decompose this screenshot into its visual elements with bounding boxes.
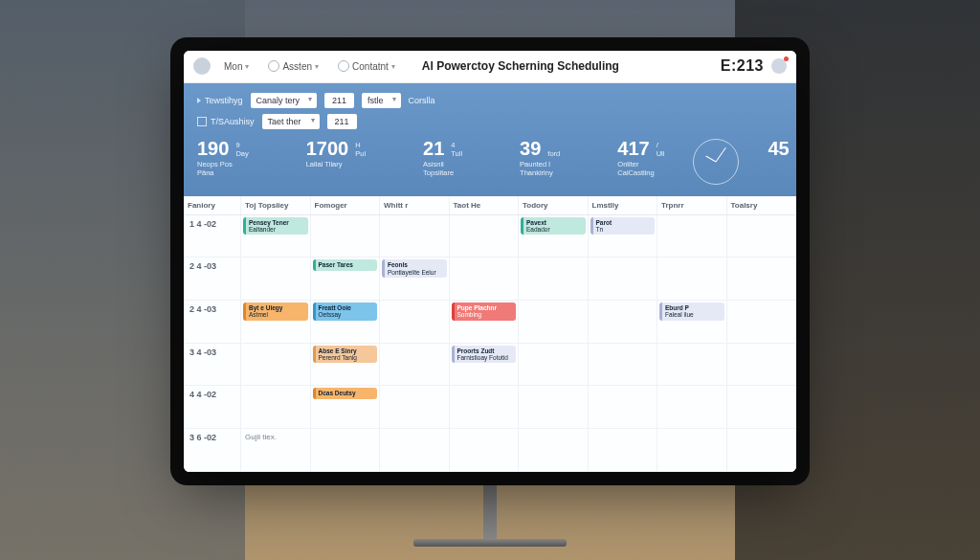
column-header[interactable]: Whitt r bbox=[380, 196, 450, 214]
calendar-cell[interactable]: Abse E SinryPerenrd Tanig bbox=[311, 344, 381, 387]
clock-icon bbox=[693, 139, 739, 185]
user-avatar[interactable] bbox=[771, 58, 787, 74]
stat-card: 45direst bbox=[768, 139, 796, 158]
calendar-cell[interactable]: Byt e UiegyAstmel bbox=[241, 301, 311, 344]
calendar-cell[interactable] bbox=[727, 215, 797, 258]
dropdown-taet[interactable]: Taet ther bbox=[262, 114, 320, 129]
calendar-cell[interactable] bbox=[380, 301, 450, 344]
nav-item-2[interactable]: Contatnt ▾ bbox=[332, 57, 401, 75]
calendar-cell[interactable] bbox=[519, 344, 589, 387]
calendar-event[interactable]: Abse E SinryPerenrd Tanig bbox=[313, 346, 378, 364]
calendar-header: FanioryToj TopsiieyFomogerWhitt rTaot He… bbox=[184, 196, 796, 215]
calendar-cell[interactable] bbox=[380, 344, 450, 387]
calendar-cell[interactable]: Gujil tiex. bbox=[241, 429, 311, 472]
calendar-cell[interactable]: Proorts ZudtFarnistioay Fototid bbox=[450, 344, 520, 387]
calendar-event[interactable]: PavextEadador bbox=[521, 217, 586, 235]
calendar-cell[interactable] bbox=[241, 258, 311, 301]
calendar-cell[interactable] bbox=[589, 258, 658, 301]
calendar-cell[interactable] bbox=[727, 429, 797, 472]
column-header[interactable]: Toj Topsiiey bbox=[241, 196, 311, 214]
chevron-down-icon: ▾ bbox=[315, 62, 319, 71]
calendar-cell[interactable]: Paser Tares bbox=[311, 258, 381, 301]
calendar-cell[interactable] bbox=[380, 386, 450, 429]
calendar-cell[interactable] bbox=[657, 386, 727, 429]
clock-readout: E:213 bbox=[721, 57, 764, 75]
calendar-event[interactable]: ParotTn bbox=[590, 217, 656, 235]
page-title: Al Powerctoy Scherning Scheduling bbox=[422, 59, 619, 73]
calendar-cell[interactable] bbox=[727, 386, 797, 429]
calendar-cell[interactable]: Pensey TenerEaltander bbox=[241, 215, 311, 258]
time-label: 3 6 -02 bbox=[184, 429, 241, 472]
calendar-event[interactable]: Pensey TenerEaltander bbox=[243, 217, 308, 235]
calendar-cell[interactable] bbox=[519, 258, 589, 301]
time-label: 4 4 -02 bbox=[184, 386, 241, 429]
stat-value: 45 bbox=[768, 139, 789, 158]
calendar-cell[interactable]: Freatt OoieOetssay bbox=[311, 301, 381, 344]
calendar-cell[interactable] bbox=[727, 344, 797, 387]
calendar-cell[interactable] bbox=[657, 258, 727, 301]
calendar-cell[interactable] bbox=[380, 429, 450, 472]
calendar-event[interactable]: Freatt OoieOetssay bbox=[313, 302, 378, 321]
calendar-cell[interactable]: Eburd PFaleal ilue bbox=[657, 301, 727, 344]
nav-label: Assten bbox=[282, 61, 312, 72]
calendar-cell[interactable]: Pupe PlachnrSombing bbox=[450, 301, 520, 344]
calendar-event[interactable]: Proorts ZudtFarnistioay Fototid bbox=[452, 346, 517, 364]
calendar-cell[interactable] bbox=[241, 344, 311, 387]
stat-value: 39 bbox=[520, 139, 541, 158]
calendar-cell[interactable] bbox=[241, 386, 311, 429]
calendar-cell[interactable] bbox=[450, 429, 520, 472]
calendar-cell[interactable] bbox=[311, 429, 381, 472]
stat-value: 21 bbox=[423, 139, 444, 158]
filter-row-2: T/SAushisy Taet ther 211 bbox=[197, 114, 783, 129]
calendar-cell[interactable] bbox=[450, 215, 520, 258]
nav-label: Contatnt bbox=[352, 61, 389, 72]
column-header[interactable]: Taot He bbox=[450, 196, 520, 214]
calendar-cell[interactable] bbox=[311, 215, 381, 258]
calendar-cell[interactable] bbox=[657, 344, 727, 387]
calendar-cell[interactable] bbox=[657, 215, 727, 258]
calendar-cell[interactable]: Dcas Deutsy bbox=[311, 386, 381, 429]
dropdown-canaly[interactable]: Canaly tery bbox=[251, 93, 318, 108]
calendar-cell[interactable]: PavextEadador bbox=[519, 215, 589, 258]
column-header[interactable]: Toalsry bbox=[727, 196, 797, 214]
nav-item-1[interactable]: Assten ▾ bbox=[262, 57, 324, 75]
calendar-cell[interactable] bbox=[657, 429, 727, 472]
stat-card: 417/ Ull Onliter CalCastilng bbox=[617, 139, 664, 177]
calendar-event[interactable]: Pupe PlachnrSombing bbox=[452, 302, 517, 321]
calendar-cell[interactable] bbox=[727, 301, 797, 344]
calendar-cell[interactable] bbox=[450, 258, 520, 301]
calendar-cell[interactable] bbox=[589, 429, 658, 472]
filter-label: Tewstihyg bbox=[197, 96, 243, 105]
calendar-event[interactable]: Paser Tares bbox=[313, 259, 378, 270]
nav-item-0[interactable]: Mon ▾ bbox=[218, 58, 255, 75]
calendar-cell[interactable] bbox=[519, 429, 589, 472]
calendar-cell[interactable] bbox=[380, 215, 450, 258]
calendar-event[interactable]: Dcas Deutsy bbox=[313, 388, 378, 398]
calendar-event[interactable]: Byt e UiegyAstmel bbox=[243, 302, 308, 321]
calendar-cell[interactable] bbox=[727, 258, 797, 301]
calendar-cell[interactable] bbox=[519, 386, 589, 429]
dropdown-fstle[interactable]: fstle bbox=[362, 93, 401, 108]
stat-label: Onliter CalCastilng bbox=[617, 160, 664, 177]
column-header[interactable]: Lmstlly bbox=[589, 196, 658, 214]
calendar-event[interactable]: FeonlsPontlayelite Eelur bbox=[382, 259, 447, 278]
calendar-body: 1 4 -02Pensey TenerEaltanderPavextEadado… bbox=[184, 215, 796, 472]
stat-card: 214 Tull Asisnil Topsiitare bbox=[423, 139, 462, 177]
column-header[interactable]: Fomoger bbox=[311, 196, 381, 214]
calendar-cell[interactable] bbox=[519, 301, 589, 344]
top-bar: Mon ▾ Assten ▾ Contatnt ▾ Al Powerctoy S… bbox=[184, 51, 796, 83]
calendar-cell[interactable] bbox=[589, 386, 658, 429]
chevron-down-icon: ▾ bbox=[391, 62, 395, 71]
calendar-cell[interactable]: ParotTn bbox=[589, 215, 658, 258]
calendar-cell[interactable] bbox=[589, 344, 658, 387]
column-header[interactable]: Todory bbox=[519, 196, 589, 214]
ghost-button[interactable]: Corslla bbox=[409, 96, 435, 105]
stat-value: 190 bbox=[197, 139, 229, 158]
calendar-cell[interactable] bbox=[589, 301, 658, 344]
column-header[interactable]: Trpnrr bbox=[657, 196, 727, 214]
calendar-cell[interactable]: FeonlsPontlayelite Eelur bbox=[380, 258, 450, 301]
calendar-cell[interactable] bbox=[450, 386, 520, 429]
calendar-event[interactable]: Eburd PFaleal ilue bbox=[659, 302, 724, 321]
avatar[interactable] bbox=[193, 57, 211, 75]
time-label: 2 4 -03 bbox=[184, 301, 241, 344]
